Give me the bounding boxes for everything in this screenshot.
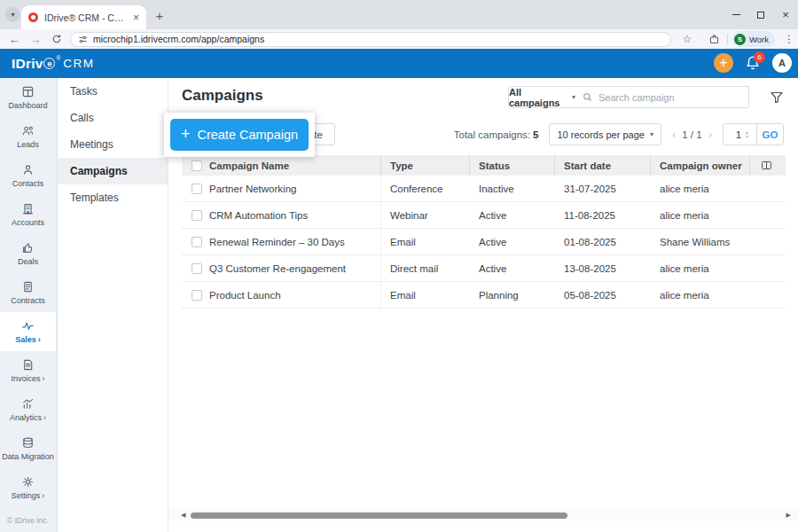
analytics-icon [21, 397, 35, 411]
browser-menu-icon[interactable]: ⋮ [780, 29, 798, 49]
app-header: IDrive®CRM + 6 A [0, 49, 798, 78]
new-tab-button[interactable]: + [152, 7, 168, 23]
search-box[interactable] [575, 86, 749, 108]
sidebar-item-dashboard[interactable]: Dashboard [0, 78, 56, 117]
header-cell-campaign-owner[interactable]: Campaign owner [651, 155, 750, 176]
cell-start-date: 05-08-2025 [555, 282, 651, 309]
close-button[interactable]: × [773, 0, 798, 29]
table-row[interactable]: Renewal Reminder – 30 DaysEmailActive01-… [182, 229, 786, 255]
invoices-icon [21, 358, 35, 372]
row-checkbox[interactable] [192, 210, 202, 221]
cell-start-date: 01-08-2025 [555, 229, 651, 255]
go-button[interactable]: GO [756, 124, 783, 145]
columns-icon [761, 160, 772, 171]
minimize-icon [732, 14, 740, 16]
dashboard-icon [21, 85, 35, 98]
table-row[interactable]: CRM Automation TipsWebinarActive11-08-20… [182, 202, 786, 229]
maximize-button[interactable] [748, 0, 773, 29]
step-down-icon: ▾ [746, 135, 748, 139]
subnav-item-campaigns[interactable]: Campaigns [58, 158, 168, 184]
column-settings-button[interactable] [750, 155, 786, 176]
user-avatar[interactable]: A [772, 53, 792, 73]
minimize-button[interactable] [724, 0, 748, 29]
quick-add-button[interactable]: + [714, 53, 733, 73]
campaign-filter-dropdown[interactable]: All campaigns ▾ [508, 86, 576, 108]
browser-tab[interactable]: IDrive® CRM - Campaigns × [21, 5, 146, 29]
table-row[interactable]: Partner NetworkingConferenceInactive31-0… [182, 176, 786, 202]
header-cell-campaign-name[interactable]: Campaign Name [209, 155, 381, 176]
next-page-button[interactable]: › [708, 129, 712, 140]
browser-toolbar: ← → microchip1.idrivecrm.com/app/campaig… [0, 29, 798, 49]
search-input[interactable] [597, 91, 741, 104]
sidebar-item-analytics[interactable]: Analytics› [0, 390, 56, 429]
bookmark-star-icon[interactable]: ☆ [678, 29, 696, 49]
accounts-icon [21, 202, 35, 215]
row-checkbox[interactable] [192, 290, 202, 301]
row-checkbox[interactable] [192, 184, 202, 194]
subnav-item-tasks[interactable]: Tasks [58, 78, 168, 105]
sidebar-item-contacts[interactable]: Contacts [0, 156, 56, 195]
create-campaign-button[interactable]: + Create Campaign [170, 119, 309, 151]
cell-campaign-name: Renewal Reminder – 30 Days [209, 229, 381, 255]
cell-campaign-name: Product Launch [209, 282, 381, 309]
leads-icon [21, 124, 35, 137]
subnav-item-templates[interactable]: Templates [58, 184, 168, 211]
notifications-button[interactable]: 6 [745, 55, 763, 73]
profile-label: Work [749, 35, 769, 44]
campaigns-table: Campaign NameTypeStatusStart dateCampaig… [182, 155, 786, 309]
sidebar-item-deals[interactable]: Deals [0, 234, 56, 273]
sidebar-item-contracts[interactable]: Contracts [0, 273, 56, 312]
pagination: ‹ 1 / 1 › [672, 129, 712, 140]
caret-down-icon: ▾ [650, 130, 653, 138]
sidebar-item-data-migration[interactable]: Data Migration [0, 429, 56, 468]
scroll-right-icon[interactable]: ▶ [786, 512, 791, 519]
table-row[interactable]: Q3 Customer Re-engagementDirect mailActi… [182, 255, 786, 282]
header-cell-type[interactable]: Type [381, 155, 470, 176]
cell-status: Active [470, 202, 555, 229]
scrollbar-thumb[interactable] [191, 512, 567, 519]
tab-title: IDrive® CRM - Campaigns [44, 12, 128, 23]
create-campaign-highlight-card: + Create Campaign [164, 113, 315, 157]
subnav-item-calls[interactable]: Calls [58, 105, 168, 131]
select-all-checkbox[interactable] [192, 160, 202, 171]
cell-status: Active [470, 229, 555, 255]
records-per-page-dropdown[interactable]: 10 records per page ▾ [549, 123, 661, 145]
prev-page-button[interactable]: ‹ [672, 129, 676, 140]
header-cell-status[interactable]: Status [470, 155, 555, 176]
tab-close-icon[interactable]: × [133, 12, 139, 23]
sidebar-item-leads[interactable]: Leads [0, 117, 56, 156]
row-checkbox[interactable] [192, 263, 202, 274]
scroll-left-icon[interactable]: ◀ [181, 512, 185, 519]
subnav-item-meetings[interactable]: Meetings [58, 131, 168, 158]
row-checkbox[interactable] [192, 237, 202, 247]
page-number-stepper[interactable]: ▴ ▾ [746, 130, 748, 139]
page-number-input[interactable]: 1 [732, 129, 746, 140]
forward-button[interactable]: → [27, 29, 44, 49]
sidebar-item-invoices[interactable]: Invoices› [0, 351, 56, 390]
page-indicator: 1 / 1 [682, 129, 701, 140]
sales-subnav: TasksCallsMeetingsCampaignsTemplates [56, 78, 168, 532]
tab-search-button[interactable]: ▾ [5, 7, 20, 22]
contracts-icon [21, 280, 35, 293]
horizontal-scrollbar[interactable]: ◀ ▶ [168, 509, 798, 521]
extensions-icon[interactable] [705, 29, 723, 49]
filter-button[interactable] [768, 89, 786, 106]
back-button[interactable]: ← [5, 29, 23, 49]
header-cell-start-date[interactable]: Start date [555, 155, 651, 176]
sidebar-item-accounts[interactable]: Accounts [0, 195, 56, 234]
cell-status: Inactive [470, 176, 555, 202]
tune-icon [78, 35, 88, 44]
list-toolbar: Total campaigns:5 10 records per page ▾ … [454, 123, 784, 145]
notification-badge: 6 [754, 51, 765, 63]
reload-button[interactable] [48, 29, 66, 49]
address-bar[interactable]: microchip1.idrivecrm.com/app/campaigns [70, 32, 671, 47]
settings-icon [21, 475, 35, 489]
sidebar-item-sales[interactable]: Sales› [0, 312, 56, 351]
deals-icon [21, 241, 35, 254]
sidebar-item-settings[interactable]: Settings› [0, 468, 56, 507]
cell-campaign-name: Partner Networking [209, 176, 381, 202]
profile-chip[interactable]: S Work [732, 31, 775, 47]
cell-campaign-owner: alice meria [651, 282, 750, 309]
filter-funnel-icon [770, 90, 784, 105]
table-row[interactable]: Product LaunchEmailPlanning05-08-2025ali… [182, 282, 786, 309]
